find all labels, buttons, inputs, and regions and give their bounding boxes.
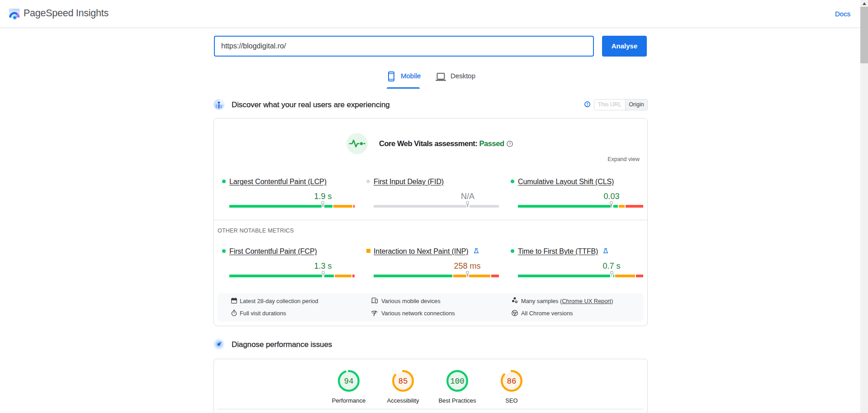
- svg-text:94: 94: [344, 377, 353, 386]
- svg-text:85: 85: [398, 377, 408, 386]
- svg-text:?: ?: [508, 141, 511, 146]
- svg-text:100: 100: [450, 377, 465, 386]
- svg-text:86: 86: [507, 377, 516, 386]
